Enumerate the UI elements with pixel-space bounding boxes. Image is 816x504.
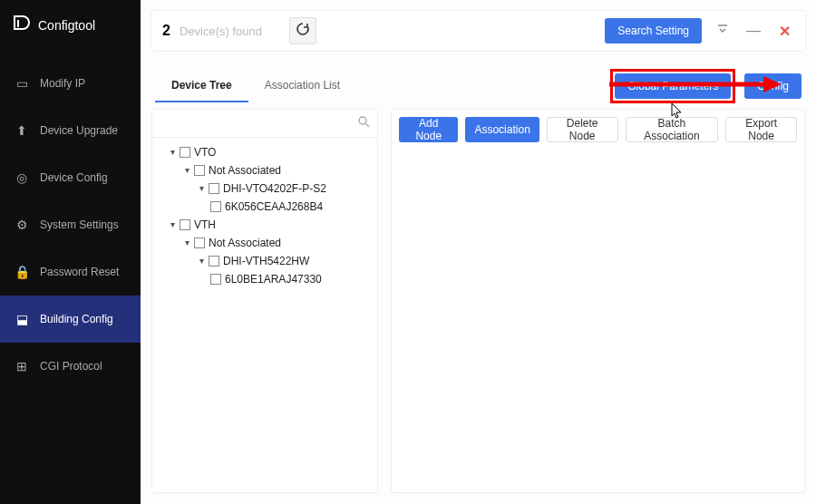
checkbox[interactable]	[210, 274, 221, 285]
search-setting-button[interactable]: Search Setting	[605, 18, 702, 44]
tab-association-list[interactable]: Association List	[248, 70, 356, 102]
tree-node-vth-serial[interactable]: 6L0BE1ARAJ47330	[156, 270, 374, 288]
collapse-icon[interactable]: ▾	[181, 234, 192, 252]
collapse-icon[interactable]: ▾	[167, 143, 178, 161]
tree-node-vth-model[interactable]: ▾DHI-VTH5422HW	[156, 252, 374, 270]
nav-system-settings[interactable]: ⚙ System Settings	[0, 201, 141, 248]
config-button[interactable]: Config	[744, 73, 801, 99]
nav-label: Password Reset	[40, 266, 119, 278]
checkbox[interactable]	[209, 256, 219, 267]
collapse-icon[interactable]: ▾	[167, 216, 178, 234]
checkbox[interactable]	[180, 147, 190, 158]
tree-search-input[interactable]	[156, 113, 354, 133]
nav-cgi-protocol[interactable]: ⊞ CGI Protocol	[0, 343, 141, 390]
tree-label: Not Associated	[209, 161, 281, 179]
close-button[interactable]: ✕	[774, 23, 794, 40]
export-node-button[interactable]: Export Node	[725, 117, 797, 142]
checkbox[interactable]	[210, 201, 221, 212]
nav: ▭ Modify IP ⬆ Device Upgrade ◎ Device Co…	[0, 60, 141, 390]
tree-node-vto-na[interactable]: ▾Not Associated	[156, 161, 374, 179]
annotation-highlight: Global Parameters	[610, 69, 735, 103]
grid-icon: ⊞	[13, 359, 31, 373]
settings-icon: ⚙	[13, 218, 31, 232]
building-icon: ⬓	[13, 312, 31, 326]
checkbox[interactable]	[180, 219, 190, 230]
device-tree: ▾VTO ▾Not Associated ▾DHI-VTO4202F-P-S2 …	[152, 138, 377, 294]
nav-device-upgrade[interactable]: ⬆ Device Upgrade	[0, 107, 141, 154]
brand-text: Configtool	[38, 18, 95, 33]
nav-label: Modify IP	[40, 77, 85, 90]
gear-icon: ◎	[13, 170, 31, 185]
checkbox[interactable]	[194, 237, 205, 248]
tree-label: 6K056CEAAJ268B4	[225, 198, 323, 216]
topbar: 2 Device(s) found Search Setting — ✕	[151, 11, 805, 51]
brand: Configtool	[0, 0, 141, 51]
refresh-icon	[296, 22, 310, 40]
device-tree-panel: ▾VTO ▾Not Associated ▾DHI-VTO4202F-P-S2 …	[151, 109, 378, 493]
tree-label: VTH	[194, 216, 216, 234]
svg-point-2	[359, 117, 366, 124]
svg-line-3	[365, 123, 369, 127]
search-icon[interactable]	[354, 115, 374, 131]
refresh-button[interactable]	[289, 17, 316, 44]
nav-label: Device Upgrade	[40, 124, 118, 137]
checkbox[interactable]	[209, 183, 219, 194]
main: 2 Device(s) found Search Setting — ✕ Dev…	[141, 0, 816, 504]
content: ▾VTO ▾Not Associated ▾DHI-VTO4202F-P-S2 …	[151, 109, 805, 493]
device-count-label: Device(s) found	[180, 24, 262, 38]
nav-device-config[interactable]: ◎ Device Config	[0, 154, 141, 201]
device-count: 2	[162, 23, 170, 39]
delete-node-button[interactable]: Delete Node	[547, 117, 618, 142]
collapse-icon[interactable]: ▾	[196, 179, 207, 198]
right-panel: Add Node Association Delete Node Batch A…	[391, 109, 805, 493]
brand-icon	[13, 15, 31, 37]
checkbox[interactable]	[194, 165, 205, 176]
nav-label: CGI Protocol	[40, 360, 102, 373]
minimize-button[interactable]: —	[743, 23, 763, 39]
tree-label: VTO	[194, 143, 216, 161]
tree-node-vto[interactable]: ▾VTO	[156, 143, 374, 161]
tree-node-vto-model[interactable]: ▾DHI-VTO4202F-P-S2	[156, 179, 374, 198]
upgrade-icon: ⬆	[13, 123, 31, 138]
tabs-row: Device Tree Association List Global Para…	[151, 69, 805, 103]
nav-building-config[interactable]: ⬓ Building Config	[0, 296, 141, 343]
nav-password-reset[interactable]: 🔒 Password Reset	[0, 248, 141, 296]
collapse-icon[interactable]: ▾	[196, 252, 207, 270]
sidebar: Configtool ▭ Modify IP ⬆ Device Upgrade …	[0, 0, 141, 504]
tree-node-vto-serial[interactable]: 6K056CEAAJ268B4	[156, 198, 374, 216]
tree-node-vth-na[interactable]: ▾Not Associated	[156, 234, 374, 252]
tree-label: 6L0BE1ARAJ47330	[225, 270, 322, 288]
add-node-button[interactable]: Add Node	[399, 117, 458, 142]
tab-device-tree[interactable]: Device Tree	[155, 70, 248, 102]
nav-modify-ip[interactable]: ▭ Modify IP	[0, 60, 141, 107]
batch-association-button[interactable]: Batch Association	[626, 117, 719, 142]
global-parameters-button[interactable]: Global Parameters	[615, 73, 731, 99]
nav-label: System Settings	[40, 218, 119, 231]
nav-label: Building Config	[40, 313, 113, 325]
tree-search	[152, 110, 377, 138]
tree-label: Not Associated	[209, 234, 281, 252]
action-row: Add Node Association Delete Node Batch A…	[399, 117, 797, 142]
dropdown-icon[interactable]	[713, 23, 733, 39]
tree-label: DHI-VTO4202F-P-S2	[223, 179, 326, 198]
nav-label: Device Config	[40, 171, 108, 184]
tree-node-vth[interactable]: ▾VTH	[156, 216, 374, 234]
tree-label: DHI-VTH5422HW	[223, 252, 309, 270]
monitor-icon: ▭	[13, 76, 31, 91]
lock-icon: 🔒	[13, 265, 31, 279]
association-button[interactable]: Association	[465, 117, 539, 142]
collapse-icon[interactable]: ▾	[181, 161, 192, 179]
